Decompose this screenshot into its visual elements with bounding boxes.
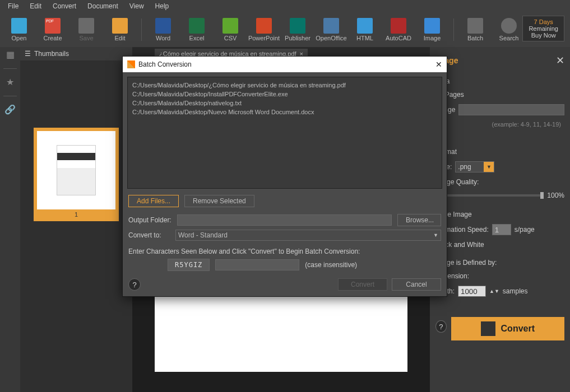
word-button[interactable]: Word [149, 18, 178, 41]
page-image-label: Page Image [435, 211, 564, 218]
width-unit: samples [503, 287, 528, 295]
pdf-icon [45, 18, 61, 34]
folder-icon [11, 18, 27, 34]
trial-days: 7 Days [529, 18, 558, 25]
trial-remaining: Remaining [529, 25, 558, 32]
publisher-button[interactable]: Publisher [283, 18, 312, 41]
app-icon [127, 60, 135, 68]
remove-selected-button[interactable]: Remove Selected [184, 195, 254, 207]
captcha-display: R5YGIZ [168, 259, 210, 271]
dialog-titlebar: Batch Conversion ✕ [123, 57, 447, 72]
word-icon [155, 18, 171, 34]
menu-bar: File Edit Convert Document View Help [0, 0, 570, 12]
csv-icon [223, 18, 238, 34]
image-button[interactable]: Image [418, 18, 447, 41]
search-button[interactable]: Search [494, 18, 523, 41]
search-icon [501, 18, 517, 34]
publisher-icon [290, 18, 305, 34]
dialog-title: Batch Conversion [138, 60, 192, 68]
anim-unit: s/page [515, 226, 535, 234]
pencil-icon [112, 18, 128, 34]
convert-to-dropdown[interactable]: Word - Standard [175, 230, 441, 241]
separator [141, 18, 142, 41]
convert-button: Convert [338, 278, 387, 291]
help-icon[interactable]: ? [128, 278, 141, 291]
panel-close-icon[interactable]: ✕ [556, 54, 564, 67]
divider [3, 96, 17, 96]
attachment-icon[interactable]: 🔗 [4, 104, 16, 115]
thumbnails-panel: ☰ Thumbnails 1 [20, 47, 132, 392]
menu-convert[interactable]: Convert [47, 1, 82, 11]
thumbnails-view-icon[interactable]: ▦ [4, 49, 16, 60]
thumbnail-number: 1 [37, 209, 115, 218]
browse-button[interactable]: Browse... [397, 214, 441, 226]
openoffice-icon [323, 18, 339, 34]
right-panel: Image ✕ Area All Pages Range (example: 4… [430, 47, 570, 392]
gear-icon [467, 18, 483, 34]
defined-by-label: Image is Defined by: [435, 259, 564, 267]
quality-slider[interactable] [435, 194, 544, 197]
dialog-close-icon[interactable]: ✕ [435, 60, 442, 69]
main-toolbar: Open Create Save Edit Word Excel CSV Pow… [0, 12, 570, 47]
anim-speed-input[interactable] [492, 224, 511, 235]
quality-value: 100% [547, 192, 564, 199]
type-dropdown[interactable]: .png [455, 161, 494, 172]
powerpoint-button[interactable]: PowerPoint [249, 18, 279, 41]
hamburger-icon[interactable]: ☰ [25, 50, 31, 58]
image-icon [424, 18, 440, 34]
bookmark-icon[interactable]: ★ [4, 77, 16, 88]
cancel-button[interactable]: Cancel [392, 278, 441, 291]
autocad-icon [391, 18, 406, 34]
left-tool-strip: ▦ ★ 🔗 [0, 47, 20, 392]
menu-help[interactable]: Help [150, 1, 175, 11]
divider [3, 68, 17, 69]
convert-icon [481, 321, 495, 336]
batch-conversion-dialog: Batch Conversion ✕ C:/Users/Malavida/Des… [122, 56, 447, 297]
format-label: Format [435, 148, 564, 156]
range-hint: (example: 4-9, 11, 14-19) [435, 121, 561, 128]
file-list[interactable]: C:/Users/Malavida/Desktop/¿Cómo elegir s… [127, 77, 442, 189]
file-list-item[interactable]: C:/Users/Malavida/Desktop/Nuevo Microsof… [132, 108, 437, 116]
edit-button[interactable]: Edit [105, 18, 135, 41]
autocad-button[interactable]: AutoCAD [384, 18, 413, 41]
thumbnail-page [37, 131, 115, 209]
batch-button[interactable]: Batch [461, 18, 490, 41]
range-input[interactable] [458, 104, 564, 115]
trial-banner[interactable]: 7 Days Remaining Buy Now [522, 16, 564, 41]
file-list-item[interactable]: C:/Users/Malavida/Desktop/nativelog.txt [132, 99, 437, 108]
buy-now-link[interactable]: Buy Now [529, 32, 558, 39]
csv-button[interactable]: CSV [216, 18, 245, 41]
convert-button[interactable]: Convert [451, 317, 564, 340]
save-button: Save [72, 18, 101, 41]
thumbnails-title: Thumbnails [34, 50, 69, 58]
create-button[interactable]: Create [38, 18, 67, 41]
thumbnail-item[interactable]: 1 [34, 128, 119, 221]
html-icon [357, 18, 373, 34]
openoffice-button[interactable]: OpenOffice [317, 18, 346, 41]
menu-edit[interactable]: Edit [24, 1, 47, 11]
width-input[interactable] [458, 286, 486, 297]
html-button[interactable]: HTML [350, 18, 379, 41]
save-icon [78, 18, 94, 34]
menu-file[interactable]: File [2, 1, 24, 11]
file-list-item[interactable]: C:/Users/Malavida/Desktop/¿Cómo elegir s… [132, 81, 437, 90]
powerpoint-icon [256, 18, 272, 34]
output-folder-input[interactable] [177, 214, 392, 226]
thumbnails-header: ☰ Thumbnails [20, 47, 132, 60]
captcha-hint: (case insensitive) [305, 261, 357, 269]
file-list-item[interactable]: C:/Users/Malavida/Desktop/InstallPDFConv… [132, 90, 437, 99]
open-button[interactable]: Open [4, 18, 34, 41]
help-icon[interactable]: ? [435, 320, 447, 333]
captcha-instructions: Enter Characters Seen Below and Click "C… [128, 248, 360, 255]
select-area-label: Area [435, 77, 564, 85]
add-files-button[interactable]: Add Files... [128, 195, 179, 207]
convert-to-label: Convert to: [128, 231, 170, 239]
output-folder-label: Output Folder: [128, 216, 172, 224]
separator [453, 18, 454, 41]
menu-view[interactable]: View [124, 1, 150, 11]
excel-button[interactable]: Excel [182, 18, 211, 41]
captcha-input[interactable] [215, 259, 299, 270]
stepper-icon[interactable]: ▲▼ [489, 288, 499, 294]
excel-icon [189, 18, 205, 34]
menu-document[interactable]: Document [82, 1, 124, 11]
